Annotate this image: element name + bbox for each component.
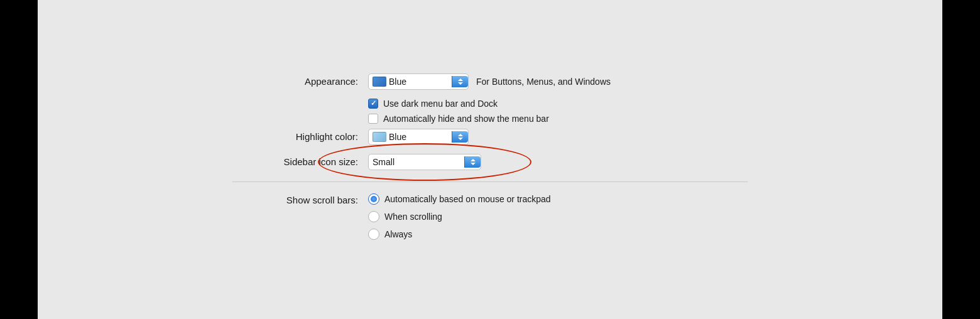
chevron-up-icon (471, 159, 476, 161)
appearance-value: Blue (389, 77, 452, 87)
dark-menu-bar-checkbox[interactable] (368, 99, 378, 109)
scroll-auto-radio[interactable] (368, 193, 379, 205)
scroll-always-row: Always (368, 229, 551, 240)
auto-hide-menu-bar-checkbox[interactable] (368, 114, 378, 124)
auto-hide-menu-bar-row: Automatically hide and show the menu bar (368, 114, 748, 124)
sidebar-icon-size-select[interactable]: Small (368, 154, 481, 170)
highlight-color-swatch (373, 132, 386, 142)
scroll-when-scrolling-label: When scrolling (384, 212, 442, 222)
highlight-color-value: Blue (389, 132, 452, 142)
appearance-select-arrow[interactable] (452, 76, 468, 87)
appearance-select[interactable]: Blue (368, 73, 469, 90)
dark-menu-bar-label: Use dark menu bar and Dock (383, 99, 498, 109)
auto-hide-menu-bar-label: Automatically hide and show the menu bar (383, 114, 549, 124)
chevron-down-icon (471, 163, 476, 165)
sidebar-icon-size-select-arrow[interactable] (464, 156, 481, 168)
show-scroll-bars-label: Show scroll bars: (232, 193, 358, 205)
highlight-color-label: Highlight color: (232, 131, 358, 142)
appearance-label: Appearance: (232, 76, 358, 87)
section-divider (232, 181, 748, 182)
scroll-auto-row: Automatically based on mouse or trackpad (368, 193, 551, 205)
highlight-color-row: Highlight color: Blue (232, 129, 748, 145)
sidebar-icon-size-label: Sidebar icon size: (232, 156, 358, 167)
chevron-up-icon (458, 134, 463, 136)
sidebar-icon-size-value: Small (373, 157, 464, 167)
chevron-up-icon (458, 78, 463, 81)
show-scroll-bars-row: Show scroll bars: Automatically based on… (232, 193, 748, 246)
scroll-always-radio[interactable] (368, 229, 379, 240)
appearance-row: Appearance: Blue For Buttons, Menus, and… (232, 73, 748, 90)
scroll-always-label: Always (384, 229, 412, 239)
appearance-hint: For Buttons, Menus, and Windows (476, 77, 611, 87)
scroll-auto-label: Automatically based on mouse or trackpad (384, 194, 551, 204)
chevron-down-icon (458, 138, 463, 140)
appearance-swatch (373, 77, 386, 87)
highlight-color-select-arrow[interactable] (452, 131, 468, 143)
chevron-down-icon (458, 82, 463, 85)
sidebar-icon-size-row: Sidebar icon size: Small (232, 154, 748, 170)
sidebar-icon-size-control: Small (368, 154, 481, 170)
dark-menu-bar-row: Use dark menu bar and Dock (368, 99, 748, 109)
scroll-bars-radio-group: Automatically based on mouse or trackpad… (368, 193, 551, 246)
scroll-when-scrolling-row: When scrolling (368, 211, 551, 222)
scroll-when-scrolling-radio[interactable] (368, 211, 379, 222)
checkboxes-area: Use dark menu bar and Dock Automatically… (368, 99, 748, 124)
highlight-color-select[interactable]: Blue (368, 129, 469, 145)
